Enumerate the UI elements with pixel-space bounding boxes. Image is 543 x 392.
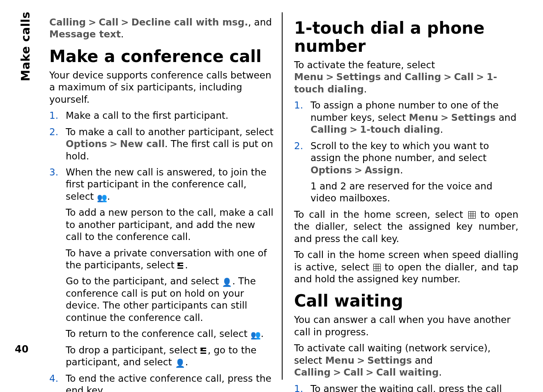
step-2: To make a call to another participant, s… <box>49 126 274 162</box>
left-column: Calling>Call>Decline call with msg., and… <box>33 12 282 380</box>
conference-icon: 👥 <box>251 331 261 339</box>
section-tab: Make calls <box>19 12 32 81</box>
heading-onetouch: 1-touch dial a phone number <box>294 19 518 55</box>
step-3-sub3: Go to the participant, and select 👤. The… <box>66 275 274 324</box>
waiting-p2: To activate call waiting (network servic… <box>294 342 518 378</box>
crumb-decline: Decline call with msg. <box>131 17 248 28</box>
chevron-icon: > <box>347 124 360 135</box>
waiting-lead: You can answer a call when you have anot… <box>294 314 518 338</box>
w1-text: To answer the waiting call, press the ca… <box>311 383 502 392</box>
ui-menu: Menu <box>325 355 354 366</box>
crumb-calling: Calling <box>311 124 347 135</box>
conference-lead: Your device supports conference calls be… <box>49 69 274 106</box>
crumb-call: Call <box>343 367 363 378</box>
ui-options: Options <box>311 165 352 175</box>
heading-call-waiting: Call waiting <box>294 292 518 310</box>
lead-a: To activate the feature, select <box>294 60 435 70</box>
participant-list-icon <box>200 348 208 354</box>
onetouch-steps: To assign a phone number to one of the n… <box>294 99 518 205</box>
crumb-calling: Calling <box>294 367 331 378</box>
two-column-layout: Calling>Call>Decline call with msg., and… <box>33 12 527 380</box>
chevron-icon: > <box>441 71 454 82</box>
manual-page: Make calls 40 Calling>Call>Decline call … <box>0 0 543 392</box>
onetouch-lead: To activate the feature, select Menu>Set… <box>294 59 518 95</box>
p3-a: To call in the home screen, select <box>294 209 468 220</box>
w2-and: and <box>412 355 433 366</box>
onetouch-p4: To call in the home screen when speed di… <box>294 249 518 285</box>
ui-assign: Assign <box>365 165 400 175</box>
ot2-a: Scroll to the key to which you want to a… <box>311 141 489 163</box>
step-1: Make a call to the first participant. <box>49 110 274 122</box>
step-3-sub2: To have a private conversation with one … <box>66 247 274 272</box>
sub2-text: To have a private conversation with one … <box>66 248 267 270</box>
heading-conference: Make a conference call <box>49 47 274 65</box>
lead-and: and <box>381 71 405 82</box>
step-2-text-a: To make a call to another participant, s… <box>66 127 274 137</box>
private-call-icon: 👤 <box>222 278 232 286</box>
sub3-text-a: Go to the participant, and select <box>66 276 222 286</box>
w-step-1: To answer the waiting call, press the ca… <box>294 383 518 392</box>
step-3: When the new call is answered, to join t… <box>49 166 274 369</box>
onetouch-p3: To call in the home screen, select to op… <box>294 209 518 245</box>
chevron-icon: > <box>438 112 451 123</box>
step-3-period: . <box>107 191 110 202</box>
crumb-call-waiting: Call waiting <box>376 367 439 378</box>
ui-new-call: New call <box>120 138 165 149</box>
step-3-sub1: To add a new person to the call, make a … <box>66 207 274 243</box>
w2-period: . <box>439 367 442 378</box>
ui-settings: Settings <box>451 112 496 123</box>
ot1-period: . <box>440 124 443 135</box>
sub4-text: To return to the conference call, select <box>66 328 251 339</box>
crumb-message-text: Message text <box>49 29 121 39</box>
step-1-text: Make a call to the first participant. <box>66 110 228 121</box>
sub2-period: . <box>185 260 188 270</box>
chevron-icon: > <box>331 367 343 378</box>
ui-settings: Settings <box>367 355 412 366</box>
ui-menu: Menu <box>409 112 438 123</box>
sub4-period: . <box>261 328 264 339</box>
ot2-sub: 1 and 2 are reserved for the voice and v… <box>311 180 518 205</box>
crumb-1touch: 1-touch dialing <box>360 124 440 135</box>
conference-icon: 👥 <box>97 194 107 202</box>
conference-steps: Make a call to the first participant. To… <box>49 110 274 392</box>
ui-settings: Settings <box>336 71 381 82</box>
chevron-icon: > <box>86 17 99 28</box>
page-number: 40 <box>15 344 28 355</box>
intro-period: . <box>121 29 124 39</box>
dialler-icon <box>373 264 381 271</box>
step-3-sub5: To drop a participant, select , go to th… <box>66 344 274 369</box>
step-3-sub4: To return to the conference call, select… <box>66 328 274 340</box>
crumb-call: Call <box>454 71 474 82</box>
lead-period: . <box>364 84 367 95</box>
chevron-icon: > <box>354 355 367 366</box>
step-4-text: To end the active conference call, press… <box>66 373 272 392</box>
chevron-icon: > <box>107 138 120 149</box>
ot2-period: . <box>400 165 403 175</box>
chevron-icon: > <box>323 71 336 82</box>
waiting-steps: To answer the waiting call, press the ca… <box>294 383 518 392</box>
chevron-icon: > <box>352 165 365 175</box>
right-column: 1-touch dial a phone number To activate … <box>282 12 527 380</box>
step-4: To end the active conference call, press… <box>49 373 274 392</box>
ot-step-2: Scroll to the key to which you want to a… <box>294 140 518 205</box>
step-3-text-a: When the new call is answered, to join t… <box>66 167 267 202</box>
crumb-call: Call <box>99 17 118 28</box>
chevron-icon: > <box>474 71 486 82</box>
ot1-and: and <box>496 112 517 123</box>
crumb-calling: Calling <box>405 71 441 82</box>
chevron-icon: > <box>118 17 131 28</box>
drop-participant-icon: 👤 <box>175 359 185 367</box>
dialler-icon <box>468 211 476 219</box>
sub5-text-a: To drop a participant, select <box>66 345 200 355</box>
intro-breadcrumb: Calling>Call>Decline call with msg., and… <box>49 16 274 41</box>
chevron-icon: > <box>363 367 376 378</box>
ot-step-1: To assign a phone number to one of the n… <box>294 99 518 136</box>
ui-menu: Menu <box>294 71 323 82</box>
crumb-calling: Calling <box>49 17 86 28</box>
ui-options: Options <box>66 138 107 149</box>
sub5-period: . <box>185 357 188 367</box>
intro-and: , and <box>248 17 272 28</box>
participant-list-icon <box>177 263 185 269</box>
